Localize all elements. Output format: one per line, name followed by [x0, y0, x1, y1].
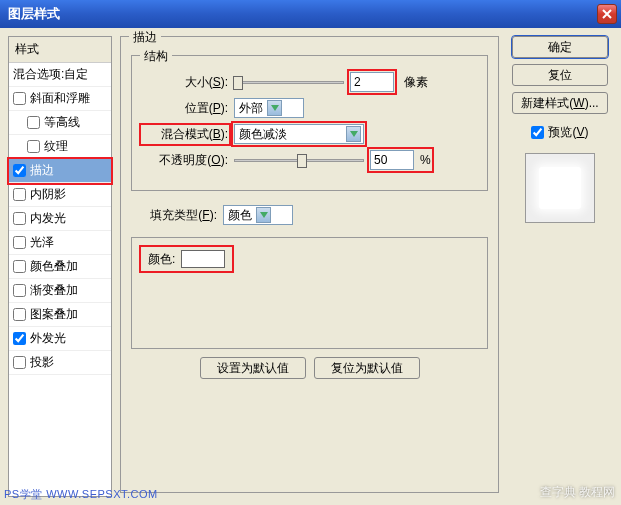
style-checkbox[interactable]: [13, 260, 26, 273]
color-row: 颜色:: [142, 248, 231, 270]
chevron-down-icon: [267, 100, 282, 116]
style-checkbox[interactable]: [13, 164, 26, 177]
opacity-slider[interactable]: [234, 159, 364, 162]
size-slider[interactable]: [234, 81, 344, 84]
stroke-fieldset: 描边 结构 大小(S): 像素 位置(P): 外部 混: [120, 36, 499, 493]
style-checkbox[interactable]: [27, 140, 40, 153]
style-checkbox[interactable]: [13, 356, 26, 369]
style-item-inner-glow[interactable]: 内发光: [9, 207, 111, 231]
close-button[interactable]: [597, 4, 617, 24]
position-dropdown[interactable]: 外部: [234, 98, 304, 118]
blend-dropdown[interactable]: 颜色减淡: [234, 124, 364, 144]
watermark-right: 查字典 教程网: [540, 484, 615, 501]
chevron-down-icon: [346, 126, 361, 142]
style-checkbox[interactable]: [13, 236, 26, 249]
window-title: 图层样式: [8, 5, 60, 23]
style-item-contour[interactable]: 等高线: [9, 111, 111, 135]
opacity-label: 不透明度(O):: [142, 152, 228, 169]
fill-type-row: 填充类型(F): 颜色: [131, 205, 488, 225]
opacity-unit: %: [420, 153, 431, 167]
style-item-inner-shadow[interactable]: 内阴影: [9, 183, 111, 207]
style-item-gradient-overlay[interactable]: 渐变叠加: [9, 279, 111, 303]
default-buttons: 设置为默认值 复位为默认值: [131, 357, 488, 379]
watermark-left: PS学堂 WWW.SEPSXT.COM: [4, 487, 158, 502]
position-label: 位置(P):: [142, 100, 228, 117]
preview-label: 预览(V): [548, 124, 588, 141]
new-style-button[interactable]: 新建样式(W)...: [512, 92, 608, 114]
style-item-stroke[interactable]: 描边: [9, 159, 111, 183]
style-item-outer-glow[interactable]: 外发光: [9, 327, 111, 351]
style-item-color-overlay[interactable]: 颜色叠加: [9, 255, 111, 279]
fill-type-label: 填充类型(F):: [131, 207, 217, 224]
opacity-input[interactable]: [370, 150, 414, 170]
fill-type-dropdown[interactable]: 颜色: [223, 205, 293, 225]
style-item-drop-shadow[interactable]: 投影: [9, 351, 111, 375]
reset-default-button[interactable]: 复位为默认值: [314, 357, 420, 379]
color-fieldset: 颜色:: [131, 237, 488, 349]
style-checkbox[interactable]: [27, 116, 40, 129]
style-checkbox[interactable]: [13, 92, 26, 105]
size-label: 大小(S):: [142, 74, 228, 91]
panel-title: 描边: [129, 29, 161, 46]
preview-checkbox[interactable]: [531, 126, 544, 139]
style-checkbox[interactable]: [13, 188, 26, 201]
close-icon: [602, 9, 612, 19]
chevron-down-icon: [256, 207, 271, 223]
ok-button[interactable]: 确定: [512, 36, 608, 58]
struct-title: 结构: [140, 48, 172, 65]
structure-fieldset: 结构 大小(S): 像素 位置(P): 外部 混合模式(B):: [131, 55, 488, 191]
size-input[interactable]: [350, 72, 394, 92]
set-default-button[interactable]: 设置为默认值: [200, 357, 306, 379]
preview-box: [525, 153, 595, 223]
style-checkbox[interactable]: [13, 332, 26, 345]
style-item-satin[interactable]: 光泽: [9, 231, 111, 255]
style-checkbox[interactable]: [13, 284, 26, 297]
style-item-pattern-overlay[interactable]: 图案叠加: [9, 303, 111, 327]
style-checkbox[interactable]: [13, 212, 26, 225]
blend-options-item[interactable]: 混合选项:自定: [9, 63, 111, 87]
preview-row: 预览(V): [531, 124, 588, 141]
style-item-texture[interactable]: 纹理: [9, 135, 111, 159]
right-panel: 确定 复位 新建样式(W)... 预览(V): [507, 36, 613, 497]
content-area: 样式 混合选项:自定 斜面和浮雕 等高线 纹理 描边 内阴影 内发光 光泽 颜色…: [0, 28, 621, 505]
position-row: 位置(P): 外部: [142, 98, 477, 118]
color-label: 颜色:: [148, 251, 175, 268]
slider-thumb[interactable]: [297, 154, 307, 168]
blend-label: 混合模式(B):: [142, 126, 228, 143]
color-swatch[interactable]: [181, 250, 225, 268]
settings-panel: 描边 结构 大小(S): 像素 位置(P): 外部 混: [120, 36, 499, 497]
slider-thumb[interactable]: [233, 76, 243, 90]
opacity-row: 不透明度(O): %: [142, 150, 477, 170]
styles-header[interactable]: 样式: [9, 37, 111, 63]
size-row: 大小(S): 像素: [142, 72, 477, 92]
style-checkbox[interactable]: [13, 308, 26, 321]
blend-mode-row: 混合模式(B): 颜色减淡: [142, 124, 477, 144]
cancel-button[interactable]: 复位: [512, 64, 608, 86]
opacity-value-group: %: [370, 150, 431, 170]
preview-swatch: [539, 167, 581, 209]
styles-list: 样式 混合选项:自定 斜面和浮雕 等高线 纹理 描边 内阴影 内发光 光泽 颜色…: [8, 36, 112, 497]
style-item-bevel[interactable]: 斜面和浮雕: [9, 87, 111, 111]
size-unit: 像素: [404, 74, 428, 91]
titlebar: 图层样式: [0, 0, 621, 28]
